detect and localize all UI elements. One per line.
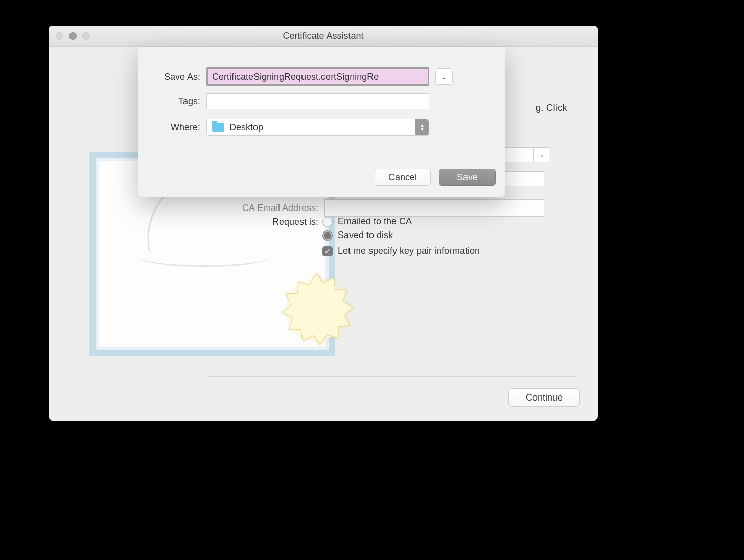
minimize-window-button[interactable] (69, 32, 77, 40)
where-select[interactable]: Desktop ▲▼ (206, 119, 429, 136)
zoom-window-button[interactable] (82, 32, 90, 40)
where-label: Where: (147, 122, 206, 133)
certificate-seal-icon (278, 272, 355, 348)
ca-email-input[interactable] (324, 199, 544, 217)
radio-emailed-label: Emailed to the CA (338, 216, 412, 227)
chevron-down-icon[interactable]: ⌄ (534, 147, 549, 162)
ca-email-label: CA Email Address: (227, 203, 324, 214)
traffic-lights (49, 32, 90, 40)
radio-icon (322, 217, 333, 227)
ca-email-row: CA Email Address: (227, 199, 544, 217)
certificate-assistant-window: Certificate Assistant g. Click ⌄ (49, 26, 598, 421)
checkbox-specify-keypair[interactable]: ✓ Let me specify key pair information (322, 246, 480, 256)
cancel-button[interactable]: Cancel (375, 169, 431, 186)
updown-stepper-icon: ▲▼ (415, 119, 429, 135)
where-value: Desktop (229, 122, 263, 133)
save-as-row: Save As: CertificateSigningRequest.certS… (147, 67, 453, 86)
radio-selected-icon (322, 230, 333, 241)
radio-emailed-to-ca[interactable]: Emailed to the CA (322, 216, 480, 227)
save-sheet: Save As: CertificateSigningRequest.certS… (138, 47, 505, 197)
radio-saved-label: Saved to disk (338, 230, 393, 241)
save-button[interactable]: Save (439, 169, 496, 186)
window-content: g. Click ⌄ CA Email Address: (49, 47, 598, 421)
checkbox-keypair-label: Let me specify key pair information (338, 246, 480, 256)
where-row: Where: Desktop ▲▼ (147, 119, 429, 136)
titlebar: Certificate Assistant (49, 26, 598, 47)
tags-input[interactable] (206, 93, 429, 109)
continue-button[interactable]: Continue (508, 388, 580, 407)
request-is-label: Request is: (258, 217, 324, 227)
folder-icon (212, 123, 224, 132)
request-options: Emailed to the CA Saved to disk ✓ Let me… (322, 216, 480, 256)
certificate-flourish2-icon (138, 246, 271, 267)
tags-label: Tags: (147, 96, 206, 107)
svg-marker-0 (283, 273, 353, 345)
expand-save-panel-button[interactable]: ⌄ (435, 68, 453, 85)
save-as-label: Save As: (147, 72, 206, 82)
close-window-button[interactable] (56, 32, 63, 40)
tags-row: Tags: (147, 93, 429, 109)
sheet-buttons: Cancel Save (375, 169, 496, 186)
checkbox-checked-icon: ✓ (322, 246, 333, 256)
request-is-label-row: Request is: (258, 217, 324, 227)
radio-saved-to-disk[interactable]: Saved to disk (322, 230, 480, 241)
chevron-down-icon: ⌄ (441, 73, 447, 81)
save-as-input[interactable]: CertificateSigningRequest.certSigningRe (206, 67, 429, 86)
window-title: Certificate Assistant (49, 31, 598, 41)
instruction-text: g. Click (536, 102, 567, 113)
